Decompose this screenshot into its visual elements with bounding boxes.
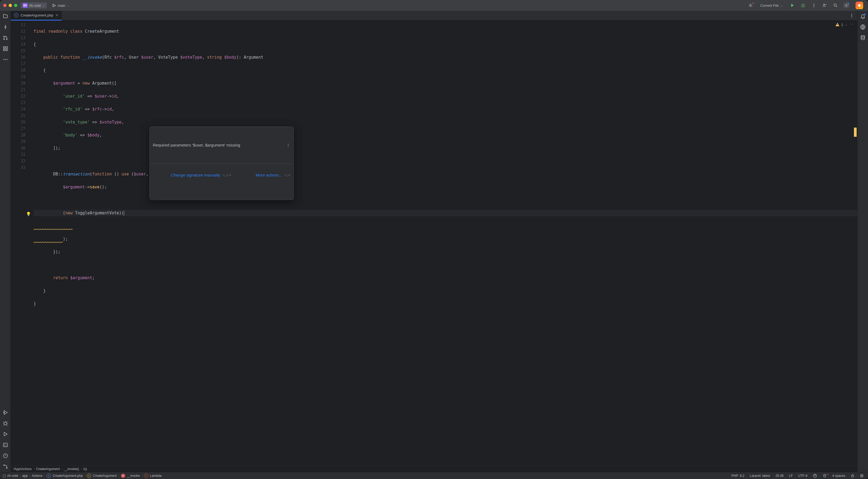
sb-reader-mode-button[interactable] (811, 474, 819, 478)
sb-cursor-position[interactable]: 25:38 (774, 474, 785, 478)
branch-selector[interactable]: main ⌄ (50, 3, 71, 8)
warning-stripe[interactable] (854, 128, 857, 137)
run-tool-button[interactable] (2, 431, 9, 437)
svg-point-34 (861, 36, 865, 37)
svg-point-0 (53, 4, 54, 5)
sb-path[interactable]: Actions (32, 474, 42, 478)
inspections-widget[interactable]: 1 ︿ ﹀ (835, 22, 854, 27)
breadcrumb-method[interactable]: __invoke() (64, 467, 79, 471)
next-highlight-button[interactable]: ﹀ (850, 22, 854, 27)
sb-encoding[interactable]: UTF-8 (797, 474, 809, 478)
sb-laravel-version[interactable]: Laravel: latest (748, 474, 772, 478)
svg-point-26 (3, 465, 4, 466)
svg-point-21 (6, 59, 7, 60)
popup-more-button[interactable] (286, 143, 290, 147)
editor-tab-active[interactable]: C CreateArgument.php ✕ (11, 11, 62, 21)
prev-highlight-button[interactable]: ︿ (845, 22, 848, 27)
sb-php-version[interactable]: PHP: 8.2 (730, 474, 746, 478)
run-button[interactable] (789, 2, 796, 9)
vcs-tool-button[interactable] (2, 463, 9, 470)
chevron-right-icon: › (44, 474, 45, 477)
breadcrumbs: \App\Actions › CreateArgument › __invoke… (11, 466, 857, 472)
sb-indent[interactable]: 4 spaces (831, 474, 847, 478)
code-with-me-button[interactable] (822, 2, 828, 9)
editor-body[interactable]: 11 12 13 14 15 16 17 18 19 20 21 22 23 2… (11, 21, 857, 466)
sb-lock-button[interactable] (849, 474, 856, 478)
settings-button[interactable] (843, 2, 849, 9)
titlebar: RV rfc-vote ⌄ main ⌄ ✕ Current File ⌄ (0, 0, 868, 11)
breadcrumb-namespace[interactable]: \App\Actions (13, 467, 32, 471)
sb-memory-button[interactable] (858, 474, 865, 478)
chevron-down-icon: ⌄ (42, 4, 44, 7)
chevron-down-icon: ⌄ (67, 4, 69, 7)
sb-lambda[interactable]: Lambda (150, 474, 161, 478)
more-actions-button[interactable] (811, 2, 817, 9)
svg-point-33 (288, 146, 288, 146)
code-content[interactable]: final readonly class CreateArgument { pu… (30, 21, 857, 466)
svg-rect-15 (3, 47, 5, 48)
chevron-right-icon: › (61, 467, 62, 470)
run-config-selector[interactable]: Current File ⌄ (758, 3, 785, 8)
project-selector[interactable]: RV rfc-vote ⌄ (21, 2, 47, 8)
lambda-icon: λ (144, 474, 148, 478)
chevron-right-icon: › (33, 467, 34, 470)
svg-point-8 (824, 4, 825, 5)
svg-point-20 (5, 59, 6, 60)
svg-point-13 (3, 39, 4, 39)
module-icon: ▢ (3, 474, 6, 478)
database-tool-button[interactable] (860, 35, 866, 41)
svg-point-35 (813, 474, 816, 477)
more-tools-button[interactable] (2, 56, 9, 63)
svg-point-7 (814, 6, 814, 7)
sb-method[interactable]: __invoke (127, 474, 140, 478)
ai-assistant-tool-button[interactable] (860, 24, 866, 30)
svg-point-2 (55, 5, 56, 6)
close-tab-button[interactable]: ✕ (56, 13, 58, 17)
svg-point-22 (3, 412, 4, 413)
project-tool-button[interactable] (2, 13, 9, 20)
popup-action-change-signature[interactable]: Change signature manually⌥⇧⏎ (153, 165, 231, 185)
sb-project[interactable]: rfc-vote (7, 474, 18, 478)
warning-icon (835, 23, 840, 27)
svg-point-12 (3, 36, 4, 37)
updates-button[interactable]: ✕ (747, 2, 754, 9)
services-tool-button[interactable] (2, 409, 9, 416)
gutter: 11 12 13 14 15 16 17 18 19 20 21 22 23 2… (11, 21, 30, 466)
popup-message: Required parameters '$user, $argument' m… (153, 142, 240, 148)
sb-path[interactable]: app (22, 474, 28, 478)
chevron-right-icon: › (142, 474, 142, 477)
pull-requests-tool-button[interactable] (2, 35, 9, 41)
sb-xdebug-button[interactable]: ✕ (821, 474, 829, 478)
breadcrumb-lambda[interactable]: λ() (83, 467, 87, 471)
minimize-window-button[interactable] (9, 4, 12, 7)
zoom-window-button[interactable] (14, 4, 17, 7)
debug-tool-button[interactable] (2, 420, 9, 426)
terminal-tool-button[interactable] (2, 442, 9, 448)
svg-rect-38 (861, 474, 863, 477)
ide-product-button[interactable] (854, 1, 865, 10)
phpstorm-icon (856, 2, 863, 9)
breadcrumb-class[interactable]: CreateArgument (36, 467, 60, 471)
sb-class[interactable]: CreateArgument (93, 474, 117, 478)
debug-button[interactable] (800, 2, 806, 9)
ide-window: RV rfc-vote ⌄ main ⌄ ✕ Current File ⌄ (0, 0, 868, 479)
popup-action-more[interactable]: More actions...⌥⏎ (238, 165, 290, 185)
svg-point-9 (834, 4, 836, 6)
class-icon: C (87, 474, 91, 478)
sb-line-separator[interactable]: LF (787, 474, 795, 478)
intention-bulb-icon[interactable]: 💡 (26, 211, 31, 217)
svg-rect-16 (6, 47, 7, 48)
notifications-tool-button[interactable] (860, 13, 866, 20)
commit-tool-button[interactable] (2, 24, 9, 30)
svg-point-10 (846, 5, 847, 6)
sb-file[interactable]: CreateArgument.php (53, 474, 83, 478)
tab-options-button[interactable] (848, 12, 855, 19)
svg-point-30 (851, 16, 852, 17)
svg-point-4 (802, 5, 804, 7)
close-window-button[interactable] (3, 4, 6, 7)
search-everywhere-button[interactable] (832, 2, 839, 9)
structure-tool-button[interactable] (2, 45, 9, 52)
editor-scrollbar[interactable] (854, 21, 857, 466)
problems-tool-button[interactable] (2, 452, 9, 459)
chevron-right-icon: › (85, 474, 85, 477)
